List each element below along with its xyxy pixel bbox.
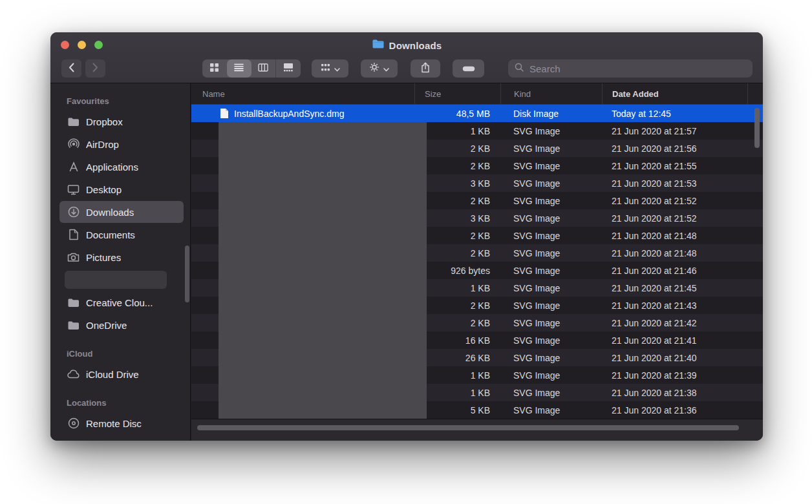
column-header-date-added[interactable]: Date Added — [602, 83, 747, 104]
file-date-cell: 21 Jun 2020 at 21:56 — [602, 143, 763, 154]
sidebar-item-label: iCloud Drive — [86, 369, 139, 380]
sidebar-item-desktop[interactable]: Desktop — [59, 178, 184, 200]
sidebar-item-documents[interactable]: Documents — [59, 224, 184, 246]
file-size-cell: 2 KB — [414, 318, 500, 328]
sidebar-section: LocationsRemote Disc — [50, 393, 190, 434]
document-icon — [220, 108, 229, 119]
file-kind-cell: SVG Image — [500, 248, 602, 258]
gallery-view-icon — [283, 63, 294, 74]
file-size-cell: 48,5 MB — [414, 109, 500, 119]
desktop-icon — [67, 184, 80, 195]
file-size-cell: 1 KB — [414, 283, 500, 293]
sidebar: FavouritesDropboxAirDropApplicationsDesk… — [50, 83, 191, 441]
list-column-headers: Name Size Kind Date Added — [191, 83, 763, 105]
file-size-cell: 26 KB — [414, 353, 500, 363]
icon-view-button[interactable] — [202, 59, 227, 78]
file-date-cell: 21 Jun 2020 at 21:52 — [602, 213, 763, 224]
vertical-scrollbar[interactable] — [754, 108, 760, 148]
sidebar-item-label: Pictures — [86, 252, 121, 263]
folder-icon — [67, 298, 80, 308]
titlebar-toolbar: Downloads — [50, 32, 763, 83]
file-kind-cell: SVG Image — [500, 388, 602, 398]
sidebar-item-label: Remote Disc — [86, 418, 142, 429]
sidebar-item-onedrive[interactable]: OneDrive — [59, 314, 184, 336]
column-view-button[interactable] — [251, 59, 276, 78]
file-size-cell: 2 KB — [414, 300, 500, 311]
file-date-cell: 21 Jun 2020 at 21:45 — [602, 283, 763, 293]
sidebar-item-blank[interactable] — [65, 271, 167, 289]
back-button[interactable] — [61, 59, 81, 78]
file-kind-cell: SVG Image — [500, 161, 602, 171]
group-items-button[interactable] — [312, 59, 348, 78]
gallery-view-button[interactable] — [275, 59, 301, 78]
file-kind-cell: SVG Image — [500, 266, 602, 276]
file-size-cell: 2 KB — [414, 196, 500, 206]
file-date-cell: 21 Jun 2020 at 21:36 — [602, 405, 763, 415]
file-name: InstallBackupAndSync.dmg — [234, 109, 344, 119]
file-date-cell: 21 Jun 2020 at 21:55 — [602, 161, 763, 171]
pictures-icon — [67, 252, 80, 262]
applications-icon — [67, 161, 80, 173]
file-kind-cell: SVG Image — [500, 231, 602, 241]
chevron-left-icon — [69, 63, 74, 75]
sidebar-item-icloud-drive[interactable]: iCloud Drive — [59, 363, 184, 385]
file-kind-cell: SVG Image — [500, 178, 602, 189]
file-size-cell: 1 KB — [414, 126, 500, 136]
sidebar-item-label: Documents — [86, 229, 135, 240]
list-view-icon — [234, 63, 244, 74]
file-date-cell: 21 Jun 2020 at 21:53 — [602, 178, 763, 189]
redacted-names-overlay — [219, 122, 427, 419]
column-header-name[interactable]: Name — [191, 83, 414, 104]
file-date-cell: 21 Jun 2020 at 21:39 — [602, 370, 763, 381]
search-field[interactable] — [508, 59, 753, 78]
sidebar-item-downloads[interactable]: Downloads — [59, 201, 184, 223]
column-view-icon — [258, 63, 268, 74]
file-date-cell: 21 Jun 2020 at 21:52 — [602, 196, 763, 206]
action-menu-button[interactable] — [361, 59, 398, 78]
icon-view-icon — [209, 63, 219, 75]
file-kind-cell: SVG Image — [500, 213, 602, 224]
file-kind-cell: SVG Image — [500, 335, 602, 346]
sidebar-item-label: AirDrop — [86, 139, 119, 150]
list-view-button[interactable] — [227, 59, 251, 78]
horizontal-scrollbar[interactable] — [197, 425, 739, 430]
file-kind-cell: SVG Image — [500, 143, 602, 154]
sidebar-item-pictures[interactable]: Pictures — [59, 246, 184, 268]
share-button[interactable] — [411, 59, 440, 78]
file-date-cell: 21 Jun 2020 at 21:40 — [602, 353, 763, 363]
sidebar-item-dropbox[interactable]: Dropbox — [59, 110, 184, 132]
finder-window: Downloads — [50, 32, 763, 441]
sidebar-item-airdrop[interactable]: AirDrop — [59, 133, 184, 155]
view-mode-segmented-control — [202, 59, 301, 78]
file-name-cell: InstallBackupAndSync.dmg — [191, 108, 414, 119]
group-items-icon — [321, 63, 330, 74]
file-date-cell: 21 Jun 2020 at 21:42 — [602, 318, 763, 328]
downloads-icon — [67, 206, 80, 218]
file-kind-cell: SVG Image — [500, 318, 602, 328]
sidebar-item-creative-clou[interactable]: Creative Clou... — [59, 291, 184, 313]
sidebar-item-label: Creative Clou... — [86, 297, 153, 308]
file-date-cell: 21 Jun 2020 at 21:46 — [602, 266, 763, 276]
file-date-cell: Today at 12:45 — [602, 109, 763, 119]
share-icon — [421, 62, 430, 76]
cloud-icon — [67, 370, 80, 379]
file-kind-cell: SVG Image — [500, 405, 602, 415]
forward-button[interactable] — [85, 59, 105, 78]
sidebar-item-remote-disc[interactable]: Remote Disc — [59, 412, 184, 434]
file-kind-cell: SVG Image — [500, 196, 602, 206]
airdrop-icon — [67, 138, 80, 150]
sidebar-section: iCloudiCloud Drive — [50, 344, 190, 385]
search-input[interactable] — [528, 63, 746, 75]
table-row[interactable]: InstallBackupAndSync.dmg48,5 MBDisk Imag… — [191, 105, 763, 122]
file-size-cell: 3 KB — [414, 213, 500, 224]
file-size-cell: 1 KB — [414, 370, 500, 381]
sidebar-item-applications[interactable]: Applications — [59, 156, 184, 178]
file-date-cell: 21 Jun 2020 at 21:41 — [602, 335, 763, 346]
column-header-size[interactable]: Size — [414, 83, 500, 104]
sidebar-scrollbar[interactable] — [185, 246, 189, 302]
tags-button[interactable] — [453, 59, 484, 78]
file-size-cell: 16 KB — [414, 335, 500, 346]
file-date-cell: 21 Jun 2020 at 21:43 — [602, 300, 763, 311]
file-kind-cell: SVG Image — [500, 370, 602, 381]
column-header-kind[interactable]: Kind — [500, 83, 602, 104]
